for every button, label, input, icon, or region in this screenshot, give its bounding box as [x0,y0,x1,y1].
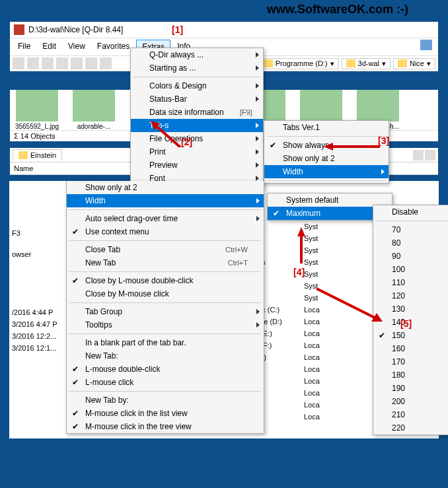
max-value-180[interactable]: 180 [373,368,448,382]
ctx-lmouse-click[interactable]: ✔L-mouse click [67,376,264,389]
bg-fragments-right: SystSystSystSystSystSystSystLocaLocaLoca… [304,221,344,423]
check-icon: ✔ [72,365,79,374]
menu-tabs-ver1[interactable]: Tabs Ver.1 [264,121,389,134]
chevron-right-icon [256,96,259,102]
check-icon: ✔ [379,331,385,340]
max-value-220[interactable]: 220 [373,421,448,435]
ctx-lmouse-dbl[interactable]: ✔L-mouse double-click [67,363,264,376]
separator [69,302,261,303]
menu-print[interactable]: Print [131,145,263,158]
chevron-right-icon [256,176,259,181]
tab-new-icon[interactable] [413,150,424,160]
ctx-newtabby-header: New Tab by: [67,394,264,407]
menu-starting-as[interactable]: Starting as ... [131,61,263,75]
ctx-show-only-2[interactable]: Show only at 2 [67,181,264,194]
context-menu: Show only at 2 Width Auto select drag-ov… [66,181,264,434]
breadcrumb-prog[interactable]: Programme (D:) ▾ [259,58,339,69]
menu-view[interactable]: View [63,40,91,54]
max-value-210[interactable]: 210 [373,408,448,421]
ctx-autoselect[interactable]: Auto select drag-over time [67,212,264,225]
maximum-submenu: Disable 708090100110120130140✔1501601701… [373,205,448,435]
max-value-160[interactable]: 160 [373,342,448,355]
max-value-90[interactable]: 90 [373,250,448,263]
separator [69,333,261,334]
menu-show-always[interactable]: ✔Show always [264,139,389,152]
max-value-170[interactable]: 170 [373,355,448,368]
thumbnail[interactable]: 3565592_L.jpg [14,90,60,130]
toolbar-icon[interactable] [100,57,112,69]
separator [69,391,261,392]
separator [69,209,261,210]
menu-datasize[interactable]: Data size information[F9] [131,106,263,119]
menu-favorites[interactable]: Favorites [92,40,135,54]
globe-icon[interactable] [420,40,432,50]
toolbar-icon[interactable] [27,57,39,69]
tab-einstein[interactable]: Einstein [13,149,62,160]
separator [267,180,386,181]
date-fragment: 3/2016 12:1... [12,342,63,354]
chevron-right-icon [256,216,260,221]
toolbar-icon[interactable] [56,57,68,69]
menu-preview[interactable]: Preview [131,158,263,172]
max-value-100[interactable]: 100 [373,263,448,276]
toolbar-icon[interactable] [42,57,54,69]
ctx-usectx[interactable]: ✔Use context menu [67,225,264,238]
date-fragment: /2016 4:44 P [12,306,63,318]
thumbnail[interactable]: adorable-... [71,90,117,130]
menu-colors[interactable]: Colors & Design [131,79,263,92]
ctx-close-tab[interactable]: Close TabCtrl+W [67,243,264,256]
tabs-submenu: Tabs Ver.1 ✔Show always Show only at 2 W… [264,120,389,184]
ctx-tooltips[interactable]: Tooltips [67,318,264,331]
menu-qdir-always[interactable]: Q-Dir always ... [131,48,263,61]
max-value-110[interactable]: 110 [373,276,448,289]
ctx-tab-group[interactable]: Tab Group [67,305,264,318]
max-value-140[interactable]: 140 [373,316,448,329]
chevron-right-icon [381,169,385,174]
menu-width[interactable]: Width [264,165,389,178]
menu-statusbar[interactable]: Status-Bar [131,92,263,106]
toolbar-icon[interactable] [85,57,97,69]
ctx-new-tab[interactable]: New TabCtrl+T [67,256,264,269]
left-fragment: owser [12,248,63,260]
chevron-right-icon [256,83,259,88]
ctx-mmouse-list[interactable]: ✔M-mouse click in the list view [67,407,264,420]
tab-close-icon[interactable] [425,150,435,160]
ctx-width[interactable]: Width [67,194,264,207]
check-icon: ✔ [72,276,79,285]
menu-file[interactable]: File [13,40,36,54]
ctx-close-lmouse[interactable]: ✔Close by L-mouse double-click [67,274,264,287]
max-value-190[interactable]: 190 [373,382,448,395]
toolbar-icon[interactable] [13,57,24,69]
max-value-200[interactable]: 200 [373,395,448,408]
max-value-130[interactable]: 130 [373,302,448,316]
folder-icon [398,59,407,67]
extras-dropdown: Q-Dir always ... Starting as ... Colors … [130,48,264,186]
check-icon: ✔ [270,141,276,150]
max-value-120[interactable]: 120 [373,289,448,302]
chevron-right-icon [256,52,259,57]
date-fragment: 3/2016 4:47 P [12,318,63,330]
menu-fileops[interactable]: File Operations [131,132,263,145]
ctx-newtab-header: New Tab: [67,349,264,363]
menu-edit[interactable]: Edit [37,40,61,54]
col-name[interactable]: Name [10,162,142,174]
separator [267,136,386,137]
max-value-150[interactable]: ✔150 [373,329,448,342]
watermark-top: www.SoftwareOK.com :-) [267,3,408,17]
app-icon [14,24,24,35]
menu-show-only-2[interactable]: Show only at 2 [264,152,389,165]
ctx-close-mmouse[interactable]: Close by M-mouse click [67,287,264,300]
max-value-80[interactable]: 80 [373,236,448,250]
max-value-70[interactable]: 70 [373,223,448,236]
breadcrumb-nice[interactable]: Nice ▾ [393,58,435,69]
check-icon: ✔ [273,209,280,218]
chevron-right-icon [256,309,260,314]
menu-tabs[interactable]: Tab-s [131,119,263,132]
separator [69,271,261,272]
toolbar-icon[interactable] [71,57,83,69]
check-icon: ✔ [72,227,79,236]
ctx-mmouse-tree[interactable]: ✔M-mouse click in the tree view [67,420,264,433]
breadcrumb-3dwal[interactable]: 3d-wal ▾ [342,58,391,69]
max-disable[interactable]: Disable [373,205,448,219]
separator [69,240,261,241]
